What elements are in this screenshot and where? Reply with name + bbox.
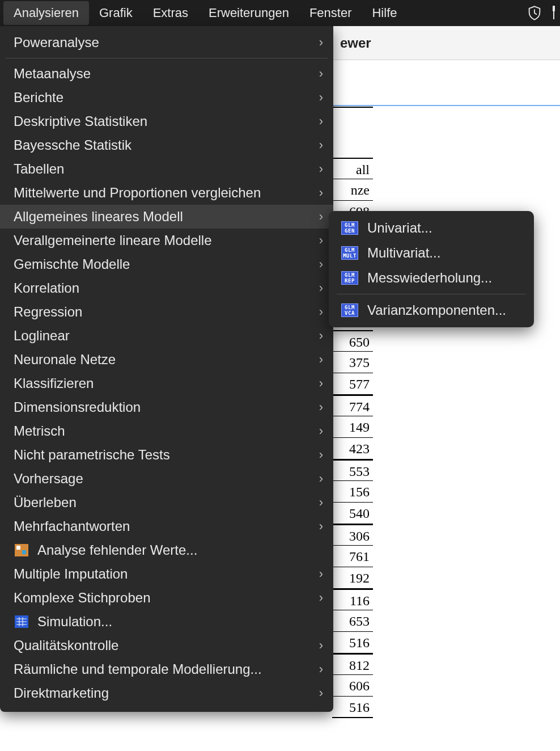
dropdown-item-label: Klassifizieren xyxy=(14,376,319,391)
dropdown-item-klassifizieren[interactable]: Klassifizieren› xyxy=(0,372,333,395)
chevron-right-icon: › xyxy=(319,114,323,129)
menu-erweiterungen[interactable]: Erweiterungen xyxy=(198,1,299,25)
dropdown-item-label: Qualitätskontrolle xyxy=(14,638,319,653)
dropdown-item-raeumliche-temporale-modellierung[interactable]: Räumliche und temporale Modellierung...› xyxy=(0,657,333,681)
glm-badge-icon: GLMGEN xyxy=(341,221,358,235)
dropdown-item-komplexe-stichproben[interactable]: Komplexe Stichproben› xyxy=(0,586,333,610)
col-val: 192 xyxy=(332,567,373,589)
glm-badge-icon: GLMREP xyxy=(341,271,358,285)
col-val: 516 xyxy=(332,697,373,718)
col-val: 553 xyxy=(332,459,373,481)
dropdown-item-verallgemeinerte-lineare-modelle[interactable]: Verallgemeinerte lineare Modelle› xyxy=(0,229,333,252)
chevron-right-icon: › xyxy=(319,376,323,391)
chevron-right-icon: › xyxy=(319,257,323,272)
chevron-right-icon: › xyxy=(319,209,323,224)
chevron-right-icon: › xyxy=(319,638,323,653)
viewer-title: ewer xyxy=(340,35,371,51)
svg-rect-3 xyxy=(16,546,20,550)
tool-icon[interactable] xyxy=(551,5,557,22)
dropdown-item-label: Bayessche Statistik xyxy=(14,137,319,153)
dropdown-item-regression[interactable]: Regression› xyxy=(0,300,333,324)
dropdown-item-label: Allgemeines lineares Modell xyxy=(14,209,319,225)
submenu-item-univariat[interactable]: GLMGENUnivariat... xyxy=(329,216,534,241)
dropdown-item-label: Gemischte Modelle xyxy=(14,256,319,272)
dropdown-item-nicht-parametrische-tests[interactable]: Nicht parametrische Tests› xyxy=(0,443,333,467)
chevron-right-icon: › xyxy=(319,424,323,438)
col-val: 606 xyxy=(332,675,373,697)
chevron-right-icon: › xyxy=(319,66,323,81)
dropdown-item-tabellen[interactable]: Tabellen› xyxy=(0,157,333,181)
dropdown-item-ueberleben[interactable]: Überleben› xyxy=(0,491,333,514)
dropdown-item-label: Loglinear xyxy=(14,328,319,344)
chevron-right-icon: › xyxy=(319,400,323,415)
dropdown-item-mehrfachantworten[interactable]: Mehrfachantworten› xyxy=(0,514,333,538)
dropdown-item-analyse-fehlender-werte[interactable]: Analyse fehlender Werte... xyxy=(0,538,333,562)
col-val: 761 xyxy=(332,546,373,567)
submenu-item-multivariat[interactable]: GLMMULTMultivariat... xyxy=(329,241,534,265)
chevron-right-icon: › xyxy=(319,590,323,605)
dropdown-item-label: Räumliche und temporale Modellierung... xyxy=(14,661,319,677)
dropdown-item-label: Verallgemeinerte lineare Modelle xyxy=(14,233,319,248)
dropdown-item-loglinear[interactable]: Loglinear› xyxy=(0,324,333,348)
dropdown-item-neuronale-netze[interactable]: Neuronale Netze› xyxy=(0,348,333,372)
menu-extras[interactable]: Extras xyxy=(143,1,198,25)
dropdown-item-multiple-imputation[interactable]: Multiple Imputation› xyxy=(0,562,333,586)
svg-rect-4 xyxy=(22,550,26,554)
col-header-2: nze xyxy=(332,179,373,201)
submenu-item-label: Multivariat... xyxy=(367,245,440,261)
menu-analysieren[interactable]: Analysieren xyxy=(3,1,89,25)
dropdown-item-korrelation[interactable]: Korrelation› xyxy=(0,276,333,300)
col-val: 156 xyxy=(332,481,373,503)
menu-separator xyxy=(337,294,526,294)
submenu-item-label: Varianzkomponenten... xyxy=(367,302,506,318)
chevron-right-icon: › xyxy=(319,352,323,367)
svg-rect-0 xyxy=(553,6,555,11)
dropdown-item-dimensionsreduktion[interactable]: Dimensionsreduktion› xyxy=(0,395,333,419)
dropdown-item-mittelwerte-und-proportionen[interactable]: Mittelwerte und Proportionen vergleichen… xyxy=(0,181,333,205)
col-val: 149 xyxy=(332,416,373,438)
menu-fenster[interactable]: Fenster xyxy=(299,1,362,25)
chevron-right-icon: › xyxy=(319,35,323,50)
menubar: Analysieren Grafik Extras Erweiterungen … xyxy=(0,0,560,26)
submenu-item-messwiederholung[interactable]: GLMREPMesswiederholung... xyxy=(329,265,534,290)
dropdown-item-poweranalyse[interactable]: Poweranalyse› xyxy=(0,31,333,54)
dropdown-item-label: Berichte xyxy=(14,90,319,106)
submenu-item-varianzkomponenten[interactable]: GLMVCAVarianzkomponenten... xyxy=(329,298,534,323)
submenu-allgemeines-lineares-modell: GLMGENUnivariat...GLMMULTMultivariat...G… xyxy=(329,211,534,327)
dropdown-item-label: Komplexe Stichproben xyxy=(14,590,319,606)
dropdown-item-gemischte-modelle[interactable]: Gemischte Modelle› xyxy=(0,252,333,276)
dropdown-item-label: Dimensionsreduktion xyxy=(14,399,319,415)
dropdown-item-label: Mehrfachantworten xyxy=(14,518,319,534)
dropdown-item-allgemeines-lineares-modell[interactable]: Allgemeines lineares Modell› xyxy=(0,205,333,229)
dropdown-item-simulation[interactable]: Simulation... xyxy=(0,610,333,634)
col-val: 540 xyxy=(332,503,373,524)
chevron-right-icon: › xyxy=(319,328,323,343)
chevron-right-icon: › xyxy=(319,662,323,677)
dropdown-item-bayessche-statistik[interactable]: Bayessche Statistik› xyxy=(0,133,333,157)
dropdown-item-vorhersage[interactable]: Vorhersage› xyxy=(0,467,333,491)
shield-icon[interactable] xyxy=(526,5,543,22)
chevron-right-icon: › xyxy=(319,305,323,319)
dropdown-item-qualitaetskontrolle[interactable]: Qualitätskontrolle› xyxy=(0,634,333,657)
dropdown-item-label: Multiple Imputation xyxy=(14,566,319,582)
dropdown-item-metaanalyse[interactable]: Metaanalyse› xyxy=(0,62,333,86)
chevron-right-icon: › xyxy=(319,686,323,701)
dropdown-item-berichte[interactable]: Berichte› xyxy=(0,86,333,109)
col-val: 375 xyxy=(332,352,373,373)
dropdown-item-label: Nicht parametrische Tests xyxy=(14,447,319,463)
glm-badge-icon: GLMVCA xyxy=(341,303,358,317)
dropdown-item-label: Simulation... xyxy=(37,614,323,630)
dropdown-item-deskriptive-statistiken[interactable]: Deskriptive Statistiken› xyxy=(0,109,333,133)
submenu-item-label: Univariat... xyxy=(367,220,432,236)
dropdown-item-direktmarketing[interactable]: Direktmarketing› xyxy=(0,681,333,705)
menu-grafik[interactable]: Grafik xyxy=(89,1,143,25)
col-val: 653 xyxy=(332,610,373,632)
dropdown-item-label: Poweranalyse xyxy=(14,35,319,50)
chevron-right-icon: › xyxy=(319,90,323,105)
data-column: all nze 698 650 375 577 774 149 423 553 … xyxy=(332,107,373,718)
menu-hilfe[interactable]: Hilfe xyxy=(362,1,407,25)
chevron-right-icon: › xyxy=(319,567,323,581)
col-val: 116 xyxy=(332,589,373,610)
dropdown-item-metrisch[interactable]: Metrisch› xyxy=(0,419,333,443)
chevron-right-icon: › xyxy=(319,162,323,176)
